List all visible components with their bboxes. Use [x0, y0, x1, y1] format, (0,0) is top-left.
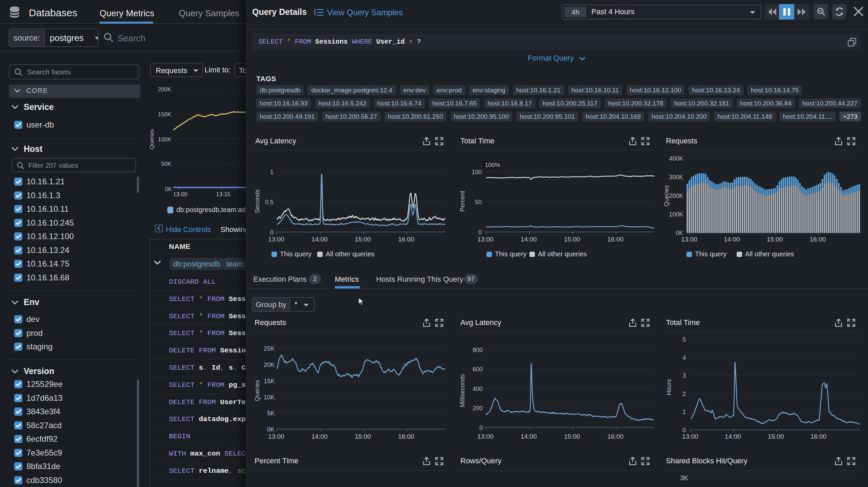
svg-text:15:00: 15:00	[768, 433, 784, 440]
svg-text:600: 600	[473, 366, 483, 373]
svg-text:13:00: 13:00	[682, 433, 698, 440]
svg-text:2: 2	[682, 391, 686, 397]
svg-text:5K: 5K	[267, 410, 275, 417]
svg-text:3: 3	[682, 372, 686, 379]
svg-text:50: 50	[475, 199, 482, 206]
svg-text:16:00: 16:00	[607, 433, 624, 440]
svg-text:50K: 50K	[161, 161, 172, 167]
svg-text:15K: 15K	[264, 378, 275, 385]
svg-text:100K: 100K	[158, 136, 171, 143]
svg-text:15:00: 15:00	[564, 433, 580, 440]
svg-text:Seconds: Seconds	[254, 189, 261, 213]
svg-text:0: 0	[478, 229, 482, 236]
svg-text:100%: 100%	[485, 162, 500, 168]
svg-text:16:00: 16:00	[398, 433, 414, 440]
svg-text:16:00: 16:00	[398, 236, 414, 243]
svg-text:16:00: 16:00	[810, 433, 827, 440]
svg-text:13:00: 13:00	[477, 433, 494, 440]
svg-text:13:00: 13:00	[268, 236, 284, 243]
svg-text:Queries: Queries	[663, 185, 670, 206]
svg-text:0K: 0K	[267, 426, 275, 433]
svg-text:14:00: 14:00	[724, 236, 740, 243]
svg-text:15:00: 15:00	[767, 236, 783, 243]
svg-text:Queries: Queries	[149, 129, 155, 149]
svg-text:0: 0	[479, 424, 483, 431]
svg-text:200K: 200K	[158, 86, 171, 93]
svg-text:16:00: 16:00	[810, 236, 826, 243]
svg-text:Queries: Queries	[254, 380, 261, 401]
svg-text:4: 4	[682, 354, 686, 361]
svg-text:150K: 150K	[158, 111, 171, 118]
svg-text:16:00: 16:00	[607, 236, 624, 243]
svg-text:1: 1	[270, 169, 274, 176]
svg-text:0: 0	[682, 427, 686, 434]
svg-text:15:00: 15:00	[564, 236, 580, 243]
svg-text:15:00: 15:00	[355, 236, 371, 243]
svg-text:100K: 100K	[669, 211, 683, 218]
svg-text:13:00: 13:00	[268, 433, 284, 440]
svg-text:14:00: 14:00	[521, 433, 537, 440]
svg-text:10K: 10K	[264, 394, 275, 401]
svg-text:Hours: Hours	[666, 379, 672, 395]
svg-text:400: 400	[473, 386, 483, 392]
svg-text:0: 0	[270, 229, 274, 236]
svg-text:200: 200	[473, 405, 483, 412]
svg-text:5: 5	[682, 336, 686, 343]
svg-text:25K: 25K	[264, 345, 275, 352]
svg-text:0K: 0K	[676, 230, 683, 236]
svg-text:14:00: 14:00	[311, 433, 328, 440]
svg-text:400K: 400K	[669, 155, 683, 162]
svg-text:14:00: 14:00	[725, 433, 741, 440]
svg-text:Percent: Percent	[459, 191, 466, 212]
svg-text:100: 100	[472, 169, 482, 176]
svg-text:200K: 200K	[669, 192, 683, 199]
svg-text:800: 800	[473, 347, 483, 353]
svg-text:Milliseconds: Milliseconds	[459, 374, 466, 407]
svg-text:13:00: 13:00	[477, 236, 494, 243]
svg-text:1: 1	[682, 409, 686, 415]
svg-text:15:00: 15:00	[355, 433, 371, 440]
svg-text:14:00: 14:00	[521, 236, 537, 243]
svg-text:20K: 20K	[264, 362, 275, 368]
svg-text:300K: 300K	[669, 174, 683, 181]
svg-text:14:00: 14:00	[311, 236, 328, 243]
svg-text:0.5: 0.5	[265, 199, 274, 206]
svg-text:13:00: 13:00	[681, 236, 697, 243]
